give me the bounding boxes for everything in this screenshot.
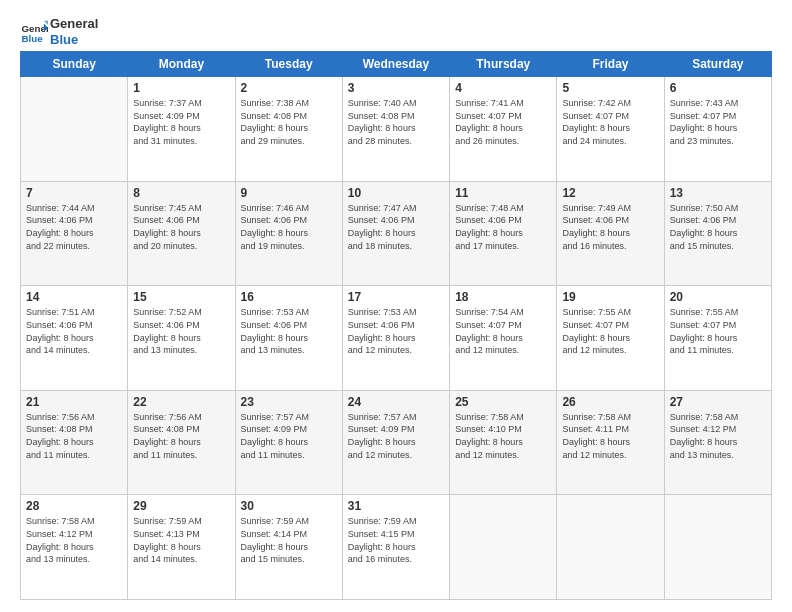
- calendar-cell: 28Sunrise: 7:58 AM Sunset: 4:12 PM Dayli…: [21, 495, 128, 600]
- calendar-cell: 17Sunrise: 7:53 AM Sunset: 4:06 PM Dayli…: [342, 286, 449, 391]
- week-row-3: 14Sunrise: 7:51 AM Sunset: 4:06 PM Dayli…: [21, 286, 772, 391]
- weekday-header-thursday: Thursday: [450, 52, 557, 77]
- calendar-cell: 24Sunrise: 7:57 AM Sunset: 4:09 PM Dayli…: [342, 390, 449, 495]
- calendar-cell: 5Sunrise: 7:42 AM Sunset: 4:07 PM Daylig…: [557, 77, 664, 182]
- calendar-cell: [450, 495, 557, 600]
- day-info: Sunrise: 7:58 AM Sunset: 4:10 PM Dayligh…: [455, 411, 551, 461]
- weekday-header-tuesday: Tuesday: [235, 52, 342, 77]
- calendar-cell: [21, 77, 128, 182]
- day-info: Sunrise: 7:48 AM Sunset: 4:06 PM Dayligh…: [455, 202, 551, 252]
- week-row-2: 7Sunrise: 7:44 AM Sunset: 4:06 PM Daylig…: [21, 181, 772, 286]
- day-number: 18: [455, 290, 551, 304]
- day-info: Sunrise: 7:56 AM Sunset: 4:08 PM Dayligh…: [133, 411, 229, 461]
- calendar-cell: 31Sunrise: 7:59 AM Sunset: 4:15 PM Dayli…: [342, 495, 449, 600]
- day-number: 15: [133, 290, 229, 304]
- day-number: 20: [670, 290, 766, 304]
- day-number: 14: [26, 290, 122, 304]
- day-info: Sunrise: 7:56 AM Sunset: 4:08 PM Dayligh…: [26, 411, 122, 461]
- day-info: Sunrise: 7:43 AM Sunset: 4:07 PM Dayligh…: [670, 97, 766, 147]
- calendar-cell: 13Sunrise: 7:50 AM Sunset: 4:06 PM Dayli…: [664, 181, 771, 286]
- day-info: Sunrise: 7:45 AM Sunset: 4:06 PM Dayligh…: [133, 202, 229, 252]
- day-number: 2: [241, 81, 337, 95]
- day-info: Sunrise: 7:49 AM Sunset: 4:06 PM Dayligh…: [562, 202, 658, 252]
- calendar-cell: 21Sunrise: 7:56 AM Sunset: 4:08 PM Dayli…: [21, 390, 128, 495]
- day-number: 29: [133, 499, 229, 513]
- calendar-cell: 2Sunrise: 7:38 AM Sunset: 4:08 PM Daylig…: [235, 77, 342, 182]
- day-number: 22: [133, 395, 229, 409]
- day-number: 31: [348, 499, 444, 513]
- day-info: Sunrise: 7:59 AM Sunset: 4:13 PM Dayligh…: [133, 515, 229, 565]
- day-info: Sunrise: 7:57 AM Sunset: 4:09 PM Dayligh…: [348, 411, 444, 461]
- calendar-cell: 15Sunrise: 7:52 AM Sunset: 4:06 PM Dayli…: [128, 286, 235, 391]
- day-info: Sunrise: 7:59 AM Sunset: 4:14 PM Dayligh…: [241, 515, 337, 565]
- day-info: Sunrise: 7:42 AM Sunset: 4:07 PM Dayligh…: [562, 97, 658, 147]
- day-number: 7: [26, 186, 122, 200]
- day-number: 27: [670, 395, 766, 409]
- day-number: 26: [562, 395, 658, 409]
- day-info: Sunrise: 7:50 AM Sunset: 4:06 PM Dayligh…: [670, 202, 766, 252]
- logo: General Blue General Blue: [20, 16, 98, 47]
- day-number: 5: [562, 81, 658, 95]
- day-info: Sunrise: 7:58 AM Sunset: 4:12 PM Dayligh…: [670, 411, 766, 461]
- day-number: 21: [26, 395, 122, 409]
- day-info: Sunrise: 7:46 AM Sunset: 4:06 PM Dayligh…: [241, 202, 337, 252]
- day-number: 16: [241, 290, 337, 304]
- logo-text: General Blue: [50, 16, 98, 47]
- day-number: 25: [455, 395, 551, 409]
- day-number: 9: [241, 186, 337, 200]
- day-info: Sunrise: 7:38 AM Sunset: 4:08 PM Dayligh…: [241, 97, 337, 147]
- day-info: Sunrise: 7:53 AM Sunset: 4:06 PM Dayligh…: [348, 306, 444, 356]
- calendar-cell: 18Sunrise: 7:54 AM Sunset: 4:07 PM Dayli…: [450, 286, 557, 391]
- week-row-5: 28Sunrise: 7:58 AM Sunset: 4:12 PM Dayli…: [21, 495, 772, 600]
- calendar-cell: 12Sunrise: 7:49 AM Sunset: 4:06 PM Dayli…: [557, 181, 664, 286]
- day-number: 17: [348, 290, 444, 304]
- weekday-header-saturday: Saturday: [664, 52, 771, 77]
- day-info: Sunrise: 7:54 AM Sunset: 4:07 PM Dayligh…: [455, 306, 551, 356]
- day-info: Sunrise: 7:55 AM Sunset: 4:07 PM Dayligh…: [562, 306, 658, 356]
- calendar-cell: 6Sunrise: 7:43 AM Sunset: 4:07 PM Daylig…: [664, 77, 771, 182]
- day-number: 30: [241, 499, 337, 513]
- calendar-cell: 16Sunrise: 7:53 AM Sunset: 4:06 PM Dayli…: [235, 286, 342, 391]
- weekday-header-row: SundayMondayTuesdayWednesdayThursdayFrid…: [21, 52, 772, 77]
- calendar-cell: 30Sunrise: 7:59 AM Sunset: 4:14 PM Dayli…: [235, 495, 342, 600]
- week-row-4: 21Sunrise: 7:56 AM Sunset: 4:08 PM Dayli…: [21, 390, 772, 495]
- day-number: 1: [133, 81, 229, 95]
- calendar-cell: 19Sunrise: 7:55 AM Sunset: 4:07 PM Dayli…: [557, 286, 664, 391]
- weekday-header-friday: Friday: [557, 52, 664, 77]
- day-info: Sunrise: 7:57 AM Sunset: 4:09 PM Dayligh…: [241, 411, 337, 461]
- day-info: Sunrise: 7:58 AM Sunset: 4:11 PM Dayligh…: [562, 411, 658, 461]
- calendar-cell: [664, 495, 771, 600]
- calendar-cell: 11Sunrise: 7:48 AM Sunset: 4:06 PM Dayli…: [450, 181, 557, 286]
- day-info: Sunrise: 7:58 AM Sunset: 4:12 PM Dayligh…: [26, 515, 122, 565]
- day-number: 12: [562, 186, 658, 200]
- day-info: Sunrise: 7:37 AM Sunset: 4:09 PM Dayligh…: [133, 97, 229, 147]
- calendar-cell: 20Sunrise: 7:55 AM Sunset: 4:07 PM Dayli…: [664, 286, 771, 391]
- day-info: Sunrise: 7:44 AM Sunset: 4:06 PM Dayligh…: [26, 202, 122, 252]
- calendar-cell: 26Sunrise: 7:58 AM Sunset: 4:11 PM Dayli…: [557, 390, 664, 495]
- day-number: 24: [348, 395, 444, 409]
- calendar-cell: 4Sunrise: 7:41 AM Sunset: 4:07 PM Daylig…: [450, 77, 557, 182]
- calendar-cell: 23Sunrise: 7:57 AM Sunset: 4:09 PM Dayli…: [235, 390, 342, 495]
- calendar-cell: 25Sunrise: 7:58 AM Sunset: 4:10 PM Dayli…: [450, 390, 557, 495]
- day-info: Sunrise: 7:40 AM Sunset: 4:08 PM Dayligh…: [348, 97, 444, 147]
- day-number: 19: [562, 290, 658, 304]
- calendar-cell: 7Sunrise: 7:44 AM Sunset: 4:06 PM Daylig…: [21, 181, 128, 286]
- day-number: 8: [133, 186, 229, 200]
- calendar-cell: 9Sunrise: 7:46 AM Sunset: 4:06 PM Daylig…: [235, 181, 342, 286]
- day-number: 4: [455, 81, 551, 95]
- week-row-1: 1Sunrise: 7:37 AM Sunset: 4:09 PM Daylig…: [21, 77, 772, 182]
- page: General Blue General Blue SundayMondayTu…: [0, 0, 792, 612]
- calendar-cell: 1Sunrise: 7:37 AM Sunset: 4:09 PM Daylig…: [128, 77, 235, 182]
- day-number: 10: [348, 186, 444, 200]
- calendar-cell: 29Sunrise: 7:59 AM Sunset: 4:13 PM Dayli…: [128, 495, 235, 600]
- day-number: 28: [26, 499, 122, 513]
- day-info: Sunrise: 7:52 AM Sunset: 4:06 PM Dayligh…: [133, 306, 229, 356]
- logo-icon: General Blue: [20, 18, 48, 46]
- header: General Blue General Blue: [20, 16, 772, 47]
- weekday-header-monday: Monday: [128, 52, 235, 77]
- calendar-cell: 27Sunrise: 7:58 AM Sunset: 4:12 PM Dayli…: [664, 390, 771, 495]
- calendar-cell: [557, 495, 664, 600]
- day-number: 13: [670, 186, 766, 200]
- calendar-cell: 10Sunrise: 7:47 AM Sunset: 4:06 PM Dayli…: [342, 181, 449, 286]
- day-info: Sunrise: 7:41 AM Sunset: 4:07 PM Dayligh…: [455, 97, 551, 147]
